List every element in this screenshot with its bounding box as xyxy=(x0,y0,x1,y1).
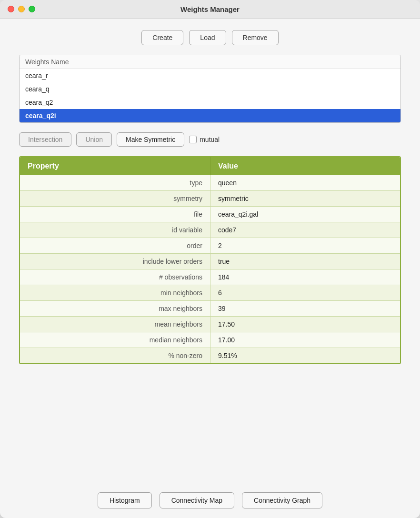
content-area: Create Load Remove Weights Name ceara_r … xyxy=(0,19,420,483)
weights-list-header: Weights Name xyxy=(20,55,400,69)
table-row: max neighbors 39 xyxy=(20,301,400,317)
prop-file: file xyxy=(20,207,210,222)
weights-item-ceara-q2i[interactable]: ceara_q2i xyxy=(20,109,400,122)
histogram-button[interactable]: Histogram xyxy=(98,492,152,508)
make-symmetric-button[interactable]: Make Symmetric xyxy=(117,132,184,147)
bottom-bar: Histogram Connectivity Map Connectivity … xyxy=(0,483,420,518)
load-button[interactable]: Load xyxy=(189,30,226,45)
union-button[interactable]: Union xyxy=(76,132,112,147)
title-bar: Weights Manager xyxy=(0,0,420,19)
prop-symmetry: symmetry xyxy=(20,191,210,206)
value-col-header: Value xyxy=(210,157,400,175)
weights-item-ceara-q2[interactable]: ceara_q2 xyxy=(20,96,400,109)
prop-type: type xyxy=(20,175,210,190)
mutual-label: mutual xyxy=(200,136,220,143)
table-row: order 2 xyxy=(20,238,400,254)
create-button[interactable]: Create xyxy=(141,30,183,45)
table-row: median neighbors 17.00 xyxy=(20,332,400,348)
table-row: type queen xyxy=(20,175,400,191)
val-observations: 184 xyxy=(210,269,400,285)
table-row: include lower orders true xyxy=(20,254,400,269)
remove-button[interactable]: Remove xyxy=(232,30,279,45)
connectivity-map-button[interactable]: Connectivity Map xyxy=(160,492,234,508)
prop-observations: # observations xyxy=(20,269,210,285)
prop-min-neighbors: min neighbors xyxy=(20,285,210,300)
val-order: 2 xyxy=(210,238,400,253)
main-window: Weights Manager Create Load Remove Weigh… xyxy=(0,0,420,518)
minimize-button[interactable] xyxy=(18,6,25,12)
mutual-checkbox[interactable] xyxy=(189,136,197,143)
table-row: symmetry symmetric xyxy=(20,191,400,207)
table-header: Property Value xyxy=(20,157,400,175)
val-include-lower: true xyxy=(210,254,400,269)
intersection-button[interactable]: Intersection xyxy=(19,132,71,147)
val-mean-neighbors: 17.50 xyxy=(210,317,400,332)
traffic-lights xyxy=(8,6,35,12)
prop-median-neighbors: median neighbors xyxy=(20,332,210,348)
weights-item-ceara-q[interactable]: ceara_q xyxy=(20,82,400,96)
table-row: % non-zero 9.51% xyxy=(20,348,400,363)
val-max-neighbors: 39 xyxy=(210,301,400,316)
toolbar: Create Load Remove xyxy=(14,30,406,45)
table-row: id variable code7 xyxy=(20,222,400,238)
prop-max-neighbors: max neighbors xyxy=(20,301,210,316)
val-id-variable: code7 xyxy=(210,222,400,238)
operation-bar: Intersection Union Make Symmetric mutual xyxy=(14,132,406,147)
prop-include-lower: include lower orders xyxy=(20,254,210,269)
val-non-zero: 9.51% xyxy=(210,348,400,363)
window-title: Weights Manager xyxy=(180,5,240,13)
weights-item-ceara-r[interactable]: ceara_r xyxy=(20,69,400,82)
prop-non-zero: % non-zero xyxy=(20,348,210,363)
table-row: mean neighbors 17.50 xyxy=(20,317,400,332)
properties-table: Property Value type queen symmetry symme… xyxy=(19,156,401,364)
val-median-neighbors: 17.00 xyxy=(210,332,400,348)
table-row: min neighbors 6 xyxy=(20,285,400,301)
mutual-wrapper: mutual xyxy=(189,136,220,143)
prop-order: order xyxy=(20,238,210,253)
connectivity-graph-button[interactable]: Connectivity Graph xyxy=(242,492,322,508)
property-col-header: Property xyxy=(20,157,210,175)
val-min-neighbors: 6 xyxy=(210,285,400,300)
weights-list: Weights Name ceara_r ceara_q ceara_q2 ce… xyxy=(19,55,401,123)
maximize-button[interactable] xyxy=(29,6,35,12)
val-symmetry: symmetric xyxy=(210,191,400,206)
table-row: # observations 184 xyxy=(20,269,400,285)
table-row: file ceara_q2i.gal xyxy=(20,207,400,222)
prop-mean-neighbors: mean neighbors xyxy=(20,317,210,332)
val-type: queen xyxy=(210,175,400,190)
val-file: ceara_q2i.gal xyxy=(210,207,400,222)
close-button[interactable] xyxy=(8,6,14,12)
prop-id-variable: id variable xyxy=(20,222,210,238)
